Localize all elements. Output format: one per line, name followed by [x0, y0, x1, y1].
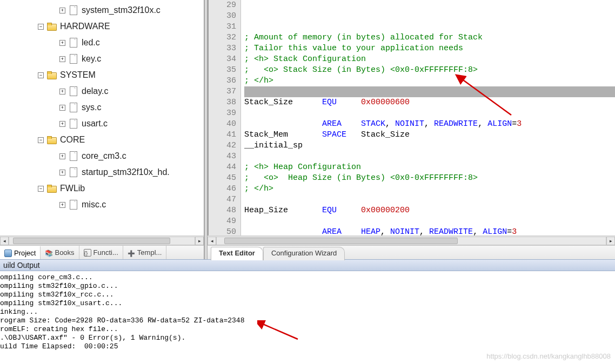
- code-content[interactable]: ; Amount of memory (in bytes) allocated …: [241, 0, 615, 235]
- build-output-line: .\OBJ\USART.axf" - 0 Error(s), 1 Warning…: [0, 334, 615, 342]
- build-output-title: uild Output: [3, 261, 40, 269]
- tab-text-editor-label: Text Editor: [219, 249, 255, 257]
- tree-row[interactable]: −SYSTEM: [0, 67, 204, 83]
- folder-icon: [47, 23, 57, 30]
- tree-row[interactable]: +usart.c: [0, 116, 204, 132]
- line-number: 46: [209, 184, 236, 194]
- code-line[interactable]: ; <h> Stack Configuration: [244, 54, 615, 65]
- code-line[interactable]: ; <h> Heap Configuration: [244, 162, 615, 173]
- collapse-icon[interactable]: −: [38, 72, 44, 78]
- scroll-right-button[interactable]: ▸: [195, 237, 204, 245]
- code-line[interactable]: [244, 194, 615, 205]
- code-line[interactable]: __initial_sp: [244, 140, 615, 151]
- build-output-line: ompiling core_cm3.c...: [0, 273, 615, 282]
- code-line[interactable]: [244, 108, 615, 119]
- code-line[interactable]: ; </h>: [244, 76, 615, 86]
- c-file-icon: [69, 151, 77, 161]
- file-name: led.c: [82, 38, 100, 48]
- folder-icon: [47, 185, 57, 192]
- editor-scroll-track[interactable]: [216, 237, 606, 245]
- watermark-text: https://blog.csdn.net/kangkanglhb88008: [486, 352, 611, 361]
- collapse-icon[interactable]: −: [38, 24, 44, 30]
- folder-icon: [47, 136, 57, 144]
- code-line[interactable]: Stack_Mem SPACE Stack_Size: [244, 130, 615, 140]
- scroll-track[interactable]: [9, 237, 195, 245]
- code-line[interactable]: ; Amount of memory (in bytes) allocated …: [244, 32, 615, 43]
- line-number: 43: [209, 151, 236, 162]
- file-tree[interactable]: +system_stm32f10x.c−HARDWARE+led.c+key.c…: [0, 0, 204, 235]
- code-line[interactable]: AREA HEAP, NOINIT, READWRITE, ALIGN=3: [244, 227, 615, 235]
- tree-row[interactable]: +delay.c: [0, 83, 204, 99]
- expand-icon[interactable]: +: [59, 89, 65, 95]
- code-line[interactable]: ; </h>: [244, 184, 615, 194]
- expand-icon[interactable]: +: [59, 40, 65, 46]
- tab-project[interactable]: Project: [0, 246, 41, 259]
- project-icon: [4, 250, 12, 257]
- expand-icon[interactable]: +: [59, 202, 65, 208]
- scroll-left-button[interactable]: ◂: [0, 237, 9, 245]
- build-output-line: inking...: [0, 308, 615, 316]
- line-number: 34: [209, 54, 236, 65]
- tab-books[interactable]: Books: [41, 246, 79, 259]
- code-line[interactable]: [244, 151, 615, 162]
- editor-scroll-right-button[interactable]: ▸: [606, 237, 615, 245]
- build-output-body[interactable]: ompiling core_cm3.c...ompiling stm32f10x…: [0, 271, 615, 364]
- collapse-icon[interactable]: −: [38, 186, 44, 192]
- file-name: startup_stm32f10x_hd.: [82, 167, 170, 177]
- line-number: 48: [209, 205, 236, 216]
- tab-templates[interactable]: Templ...: [123, 246, 167, 259]
- c-file-icon: [69, 103, 77, 112]
- code-line[interactable]: [244, 216, 615, 227]
- tree-row[interactable]: +led.c: [0, 35, 204, 51]
- expand-icon[interactable]: +: [59, 170, 65, 176]
- build-output-line: rogram Size: Code=2928 RO-data=336 RW-da…: [0, 316, 615, 325]
- code-line[interactable]: Stack_Size EQU 0x00000600: [244, 97, 615, 108]
- build-output-line: ompiling stm32f10x_gpio.c...: [0, 282, 615, 291]
- line-number: 35: [209, 65, 236, 76]
- tree-horizontal-scrollbar[interactable]: ◂ ▸: [0, 235, 204, 245]
- editor-horizontal-scrollbar[interactable]: ◂ ▸: [208, 235, 615, 245]
- tree-row[interactable]: +sys.c: [0, 99, 204, 116]
- line-number: 47: [209, 194, 236, 205]
- tree-row[interactable]: +key.c: [0, 51, 204, 67]
- tab-text-editor[interactable]: Text Editor: [211, 247, 263, 260]
- code-line[interactable]: ; <o> Stack Size (in Bytes) <0x0-0xFFFFF…: [244, 65, 615, 76]
- expand-icon[interactable]: +: [59, 153, 65, 159]
- line-number: 31: [209, 22, 236, 32]
- code-editor[interactable]: 2930313233343536373839404142434445464748…: [208, 0, 615, 235]
- code-line[interactable]: Heap_Size EQU 0x00000200: [244, 205, 615, 216]
- editor-bottom-tabs: Text Editor Configuration Wizard: [208, 245, 615, 259]
- code-line[interactable]: ; Tailor this value to your application …: [244, 43, 615, 54]
- line-number: 38: [209, 97, 236, 108]
- expand-icon[interactable]: +: [59, 8, 65, 14]
- file-name: core_cm3.c: [82, 151, 126, 161]
- code-line[interactable]: [244, 86, 615, 97]
- line-number: 29: [209, 0, 236, 11]
- code-line[interactable]: AREA STACK, NOINIT, READWRITE, ALIGN=3: [244, 119, 615, 130]
- c-file-icon: [69, 167, 77, 177]
- tree-row[interactable]: +startup_stm32f10x_hd.: [0, 164, 204, 180]
- folder-name: HARDWARE: [60, 22, 110, 31]
- line-number: 37: [209, 86, 236, 97]
- templates-icon: [128, 249, 135, 257]
- tab-configuration-wizard[interactable]: Configuration Wizard: [263, 247, 345, 260]
- folder-name: CORE: [60, 135, 85, 145]
- scroll-thumb[interactable]: [13, 238, 171, 244]
- expand-icon[interactable]: +: [59, 121, 65, 127]
- tree-row[interactable]: −CORE: [0, 132, 204, 148]
- line-number: 41: [209, 130, 236, 140]
- tree-row[interactable]: −FWLib: [0, 180, 204, 197]
- expand-icon[interactable]: +: [59, 105, 65, 111]
- collapse-icon[interactable]: −: [38, 137, 44, 143]
- c-file-icon: [69, 200, 77, 210]
- editor-scroll-thumb[interactable]: [224, 238, 458, 244]
- tree-row[interactable]: +core_cm3.c: [0, 148, 204, 164]
- tree-row[interactable]: +system_stm32f10x.c: [0, 2, 204, 18]
- build-output-line: uild Time Elapsed: 00:00:25: [0, 342, 615, 351]
- tab-functions[interactable]: Functi...: [79, 246, 123, 259]
- expand-icon[interactable]: +: [59, 56, 65, 62]
- tree-row[interactable]: +misc.c: [0, 197, 204, 213]
- editor-scroll-left-button[interactable]: ◂: [208, 237, 216, 245]
- tree-row[interactable]: −HARDWARE: [0, 18, 204, 35]
- code-line[interactable]: ; <o> Heap Size (in Bytes) <0x0-0xFFFFFF…: [244, 173, 615, 184]
